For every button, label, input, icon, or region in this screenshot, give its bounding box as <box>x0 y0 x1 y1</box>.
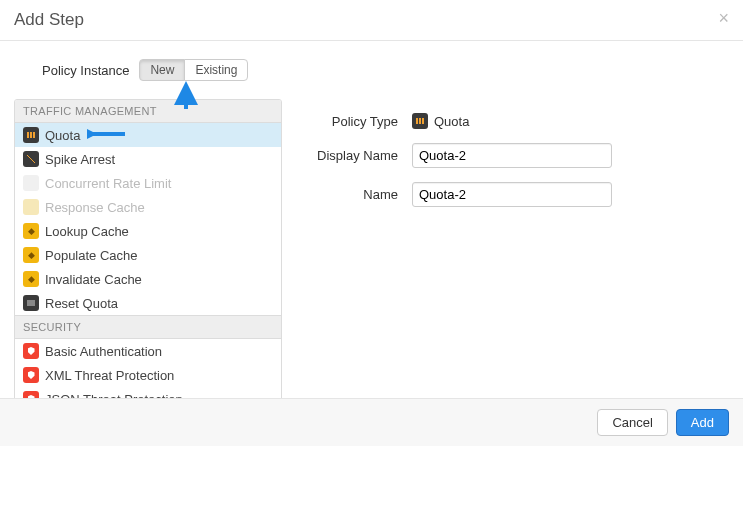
quota-icon <box>23 127 39 143</box>
response-cache-icon <box>23 199 39 215</box>
policy-type-text: Quota <box>434 114 469 129</box>
list-item-label: Concurrent Rate Limit <box>45 176 171 191</box>
display-name-input[interactable] <box>412 143 612 168</box>
shield-icon <box>23 367 39 383</box>
display-name-row: Display Name <box>306 143 719 168</box>
policy-type-row: Policy Type Quota <box>306 113 719 129</box>
list-item-label: XML Threat Protection <box>45 368 174 383</box>
list-item-lookup-cache[interactable]: Lookup Cache <box>15 219 281 243</box>
shield-icon <box>23 343 39 359</box>
list-item-invalidate-cache[interactable]: Invalidate Cache <box>15 267 281 291</box>
list-item-label: Spike Arrest <box>45 152 115 167</box>
spike-icon <box>23 151 39 167</box>
group-header-traffic: TRAFFIC MANAGEMENT <box>15 100 281 123</box>
modal-body: Policy Instance New Existing TRAFFIC MAN… <box>0 41 743 446</box>
policy-type-label: Policy Type <box>306 114 412 129</box>
policy-instance-row: Policy Instance New Existing <box>14 59 729 81</box>
list-item-label: Reset Quota <box>45 296 118 311</box>
list-item-quota[interactable]: Quota <box>15 123 281 147</box>
list-item-label: Quota <box>45 128 80 143</box>
list-item-label: Invalidate Cache <box>45 272 142 287</box>
cache-icon <box>23 271 39 287</box>
list-item-concurrent-rate-limit: Concurrent Rate Limit <box>15 171 281 195</box>
policy-list: TRAFFIC MANAGEMENT Quota Spike Arrest Co… <box>14 99 282 436</box>
display-name-label: Display Name <box>306 148 412 163</box>
name-label: Name <box>306 187 412 202</box>
cancel-button[interactable]: Cancel <box>597 409 667 436</box>
list-item-label: Basic Authentication <box>45 344 162 359</box>
list-item-reset-quota[interactable]: Reset Quota <box>15 291 281 315</box>
modal-header: Add Step × <box>0 0 743 41</box>
quota-icon <box>412 113 428 129</box>
crl-icon <box>23 175 39 191</box>
list-item-spike-arrest[interactable]: Spike Arrest <box>15 147 281 171</box>
add-step-modal: Add Step × Policy Instance New Existing … <box>0 0 743 446</box>
name-input[interactable] <box>412 182 612 207</box>
list-item-response-cache: Response Cache <box>15 195 281 219</box>
new-toggle-button[interactable]: New <box>139 59 185 81</box>
policy-instance-label: Policy Instance <box>42 63 129 78</box>
content-row: TRAFFIC MANAGEMENT Quota Spike Arrest Co… <box>14 99 729 436</box>
modal-footer: Cancel Add <box>0 398 743 446</box>
list-item-basic-auth[interactable]: Basic Authentication <box>15 339 281 363</box>
policy-instance-toggle: New Existing <box>139 59 248 81</box>
cache-icon <box>23 223 39 239</box>
name-row: Name <box>306 182 719 207</box>
add-button[interactable]: Add <box>676 409 729 436</box>
form-panel: Policy Type Quota Display Name Name <box>306 99 729 436</box>
policy-type-value: Quota <box>412 113 469 129</box>
list-item-label: Response Cache <box>45 200 145 215</box>
list-item-label: Populate Cache <box>45 248 138 263</box>
modal-title: Add Step <box>14 10 729 30</box>
reset-icon <box>23 295 39 311</box>
existing-toggle-button[interactable]: Existing <box>184 59 248 81</box>
close-icon[interactable]: × <box>718 8 729 29</box>
list-item-label: Lookup Cache <box>45 224 129 239</box>
list-item-populate-cache[interactable]: Populate Cache <box>15 243 281 267</box>
annotation-arrow-quota-icon <box>87 124 127 144</box>
group-header-security: SECURITY <box>15 315 281 339</box>
list-item-xml-threat[interactable]: XML Threat Protection <box>15 363 281 387</box>
cache-icon <box>23 247 39 263</box>
